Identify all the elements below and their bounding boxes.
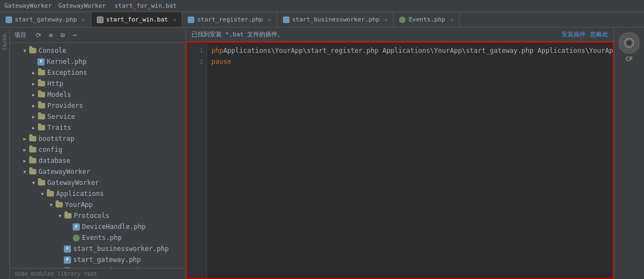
line-number-2: 2 — [187, 56, 206, 67]
tree-item-database[interactable]: ▶ database — [10, 155, 185, 166]
tree-item-protocols[interactable]: ▼ Protocols — [10, 210, 185, 221]
events-file-icon — [73, 234, 80, 242]
main-content: marks 项目 ⟳ ≡ ⊟ ⋯ ▼ Console P Kernel.php … — [0, 28, 644, 279]
php-file-icon — [283, 17, 290, 23]
chevron-right-icon: ▶ — [30, 69, 37, 76]
tabs-row: start_gateway.php ✕ start_for_win.bat ✕ … — [0, 12, 644, 28]
code-cmd-keyword: pause — [211, 58, 231, 65]
right-panel: CP — [614, 28, 644, 279]
tab-label: Events.php — [408, 16, 445, 23]
right-panel-button[interactable] — [618, 32, 640, 54]
tree-label: Protocols — [74, 212, 110, 220]
align-icon[interactable]: ≡ — [46, 31, 55, 40]
notification-actions: 安装插件 忽略此 — [561, 30, 608, 39]
chevron-right-icon: ▶ — [30, 91, 37, 99]
tree-label: DeviceHandle.php — [82, 223, 146, 231]
tree-item-gatewayworker[interactable]: ▼ GatewayWorker — [10, 166, 185, 177]
menu-file[interactable]: start_for_win.bat — [114, 2, 177, 9]
tree-item-kernel[interactable]: P Kernel.php — [10, 56, 185, 67]
code-line-1: php Applications\YourApp\start_register.… — [211, 45, 608, 56]
tab-start-gateway[interactable]: start_gateway.php ✕ — [0, 12, 91, 27]
tab-close-btn[interactable]: ✕ — [384, 17, 388, 23]
ignore-btn[interactable]: 忽略此 — [590, 30, 608, 39]
spacer — [65, 234, 73, 242]
dots-icon[interactable]: ⋯ — [70, 31, 79, 40]
marks-label: marks — [2, 34, 8, 51]
tree-item-models[interactable]: ▶ Models — [10, 89, 185, 100]
tab-close-btn[interactable]: ✕ — [82, 17, 85, 23]
spacer — [65, 223, 73, 231]
tab-close-btn[interactable]: ✕ — [450, 17, 454, 23]
tab-start-businessworker[interactable]: start_businessworker.php ✕ — [277, 12, 394, 27]
notification-bar: 已找到安装 *.bat 文件的插件。 安装插件 忽略此 — [186, 28, 614, 42]
install-plugin-btn[interactable]: 安装插件 — [561, 30, 586, 39]
folder-icon — [37, 179, 45, 186]
tree-label: Exceptions — [47, 69, 87, 76]
php-file-icon: P — [37, 58, 45, 65]
tab-label: start_gateway.php — [15, 16, 77, 23]
tree-item-start-gateway-file[interactable]: P start_gateway.php — [10, 254, 185, 265]
spacer — [56, 256, 64, 264]
line-number-1: 1 — [187, 45, 206, 56]
tree-item-start-businessworker[interactable]: P start_businessworker.php — [10, 243, 185, 254]
tab-start-for-win[interactable]: start_for_win.bat ✕ — [91, 12, 183, 27]
folder-icon — [37, 91, 45, 98]
tree-item-yourapp[interactable]: ▼ YourApp — [10, 199, 185, 210]
split-icon[interactable]: ⊟ — [58, 31, 67, 40]
tree-item-service[interactable]: ▶ Service — [10, 111, 185, 122]
tree-item-console[interactable]: ▼ Console — [10, 45, 185, 56]
circle-icon — [624, 37, 635, 48]
tree-label: Models — [47, 91, 71, 99]
folder-icon — [29, 168, 36, 175]
tree-label: Kernel.php — [47, 58, 86, 65]
php-file-icon — [6, 17, 12, 23]
menu-gatewayworker[interactable]: GatewayWorker — [58, 2, 106, 9]
folder-icon — [29, 157, 36, 164]
tree-item-exceptions[interactable]: ▶ Exceptions — [10, 67, 185, 78]
tree-label: Providers — [47, 102, 83, 110]
code-path-1: Applications\YourApp\start_register.php … — [223, 47, 613, 54]
code-editor[interactable]: 1 2 php Applications\YourApp\start_regis… — [186, 42, 614, 279]
code-content[interactable]: php Applications\YourApp\start_register.… — [207, 43, 613, 278]
top-bar: GatewayWorker GatewayWorker start_for_wi… — [0, 0, 644, 12]
tree-item-bootstrap[interactable]: ▶ bootstrap — [10, 133, 185, 144]
tree-item-applications[interactable]: ▼ Applications — [10, 188, 185, 199]
tree-item-events-php[interactable]: Events.php — [10, 232, 185, 243]
tree-item-providers[interactable]: ▶ Providers — [10, 100, 185, 111]
events-file-icon — [399, 17, 406, 23]
sidebar-bottom: node_modules library root — [10, 268, 185, 279]
line-numbers: 1 2 — [187, 43, 207, 278]
folder-icon — [29, 135, 36, 142]
folder-icon — [55, 201, 63, 208]
spacer — [30, 58, 37, 65]
tree-label: database — [39, 157, 70, 165]
bat-file-icon — [97, 17, 103, 23]
chevron-right-icon: ▶ — [30, 102, 37, 110]
php-file-icon: P — [64, 256, 71, 264]
sidebar: 项目 ⟳ ≡ ⊟ ⋯ ▼ Console P Kernel.php ▶ Exce… — [10, 28, 186, 279]
chevron-right-icon: ▶ — [30, 124, 37, 132]
tree-item-devicehandle[interactable]: P DeviceHandle.php — [10, 221, 185, 232]
chevron-down-icon: ▼ — [30, 179, 37, 187]
folder-icon — [37, 69, 45, 76]
editor-area: 已找到安装 *.bat 文件的插件。 安装插件 忽略此 1 2 php Appl… — [186, 28, 614, 279]
tree-item-config[interactable]: ▶ config — [10, 144, 185, 155]
sync-icon[interactable]: ⟳ — [34, 31, 43, 40]
tab-events[interactable]: Events.php ✕ — [394, 12, 459, 27]
folder-icon — [29, 47, 36, 54]
tree-label: config — [39, 146, 62, 154]
tab-close-btn[interactable]: ✕ — [268, 17, 271, 23]
tab-start-register[interactable]: start_register.php ✕ — [182, 12, 277, 27]
notification-text: 已找到安装 *.bat 文件的插件。 — [192, 30, 283, 39]
tree-item-http[interactable]: ▶ Http — [10, 78, 185, 89]
tree-label: Http — [47, 80, 63, 87]
tree-item-gatewayworker2[interactable]: ▼ GatewayWorker — [10, 177, 185, 188]
folder-icon — [37, 80, 45, 87]
tree-item-traits[interactable]: ▶ Traits — [10, 122, 185, 133]
app-logo: GatewayWorker — [4, 2, 52, 9]
chevron-right-icon: ▶ — [30, 113, 37, 121]
chevron-down-icon: ▼ — [47, 201, 55, 209]
chevron-right-icon: ▶ — [21, 157, 29, 165]
chevron-right-icon: ▶ — [30, 80, 37, 87]
tab-close-btn[interactable]: ✕ — [173, 17, 176, 23]
